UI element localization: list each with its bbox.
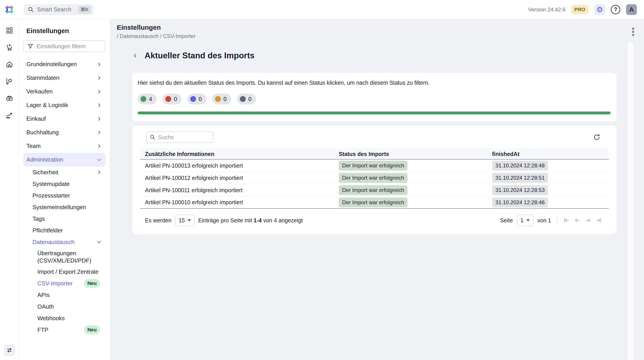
page-size-select[interactable]: 15 xyxy=(175,214,195,226)
status-filter-pill-success[interactable]: 4 xyxy=(138,94,157,104)
rail-item-analytics[interactable] xyxy=(4,110,15,121)
settings-sidebar: Einstellungen Einstellungen filtern Grun… xyxy=(19,19,110,360)
sidebar-item-pflichtfelder[interactable]: Pflichtfelder xyxy=(23,225,106,236)
sidebar-item-webhooks[interactable]: Webhooks xyxy=(23,312,106,324)
sidebar-item-buchhaltung[interactable]: Buchhaltung xyxy=(23,126,106,139)
status-dot-blue xyxy=(190,96,196,102)
sidebar-item-ftp[interactable]: FTP Neu xyxy=(23,324,106,336)
table-search-input[interactable]: Suche xyxy=(146,131,213,143)
table-row[interactable]: Artikel PN-100011 erfolgreich importiert… xyxy=(140,184,609,196)
status-dot-gray xyxy=(240,96,246,102)
back-button[interactable] xyxy=(131,51,140,60)
page-title: Aktueller Stand des Imports xyxy=(144,51,254,60)
status-filter-pill-running[interactable]: 0 xyxy=(187,94,206,104)
status-filter-pill-error[interactable]: 0 xyxy=(162,94,182,104)
pro-badge: PRO xyxy=(571,5,588,14)
sidebar-item-csv-importer[interactable]: CSV-Importer Neu xyxy=(23,278,106,289)
status-filter-pill-pending[interactable]: 0 xyxy=(237,94,256,104)
sidebar-item-tags[interactable]: Tags xyxy=(23,213,106,225)
warehouse-icon xyxy=(6,61,13,68)
swap-icon xyxy=(6,346,13,354)
pagination-mid2: von 4 angezeigt xyxy=(263,217,303,223)
sidebar-item-import-export-zentrale[interactable]: Import / Export Zentrale xyxy=(23,266,106,278)
sidebar-item-administration[interactable]: Administration xyxy=(23,153,106,167)
sidebar-item-lager-logistik[interactable]: Lager & Logistik xyxy=(23,98,106,112)
status-dot-orange xyxy=(215,96,221,102)
sidebar-item-prozessstarter[interactable]: Prozessstarter xyxy=(23,190,106,201)
sidebar-item-team[interactable]: Team xyxy=(23,139,106,153)
refresh-icon xyxy=(593,133,600,141)
collapse-switch-button[interactable] xyxy=(4,344,15,356)
sidebar-item-verkaufen[interactable]: Verkaufen xyxy=(23,85,106,98)
pagination-mid1: Einträge pro Seite mit xyxy=(198,217,252,223)
settings-gear-button[interactable]: ⚙ xyxy=(594,4,605,15)
col-header-info[interactable]: Zusätzliche Informationen xyxy=(140,151,334,157)
neu-badge: Neu xyxy=(84,325,100,334)
page-select[interactable]: 1 xyxy=(517,214,534,226)
sidebar-item-oauth[interactable]: OAuth xyxy=(23,301,106,312)
caret-down-icon xyxy=(526,219,530,221)
main-content: Einstellungen / Datenaustausch / CSV-Imp… xyxy=(110,19,644,360)
help-button[interactable]: ? xyxy=(611,5,620,14)
import-status-card: Hier siehst du den aktuellen Status des … xyxy=(132,73,616,122)
col-header-status[interactable]: Status des Imports xyxy=(334,151,487,157)
sidebar-item-apis[interactable]: APIs xyxy=(23,289,106,301)
status-filter-pill-warning[interactable]: 0 xyxy=(212,94,231,104)
status-badge: Der Import war erfolgreich xyxy=(339,161,408,171)
sidebar-filter-input[interactable]: Einstellungen filtern xyxy=(23,40,106,52)
sidebar-item-systemupdate[interactable]: Systemupdate xyxy=(23,178,106,190)
page-header: Einstellungen / Datenaustausch / CSV-Imp… xyxy=(110,19,644,39)
apps-grid-icon xyxy=(6,27,13,34)
col-header-finishedat[interactable]: finishedAt xyxy=(487,151,609,157)
status-dot-green xyxy=(140,96,146,102)
sidebar-filter-placeholder: Einstellungen filtern xyxy=(37,43,86,50)
brand-x-icon xyxy=(4,5,14,14)
table-row[interactable]: Artikel PN-100010 erfolgreich importiert… xyxy=(140,196,609,209)
rail-item-logistics[interactable] xyxy=(4,76,15,87)
page-options-button[interactable] xyxy=(632,28,634,36)
chevron-right-icon xyxy=(96,62,102,67)
sidebar-item-uebertragungen[interactable]: Übertragungen (CSV/XML/EDI/PDF) xyxy=(23,248,106,266)
shortcut-badge: ⌘K xyxy=(78,5,91,14)
user-avatar[interactable]: A xyxy=(626,4,637,15)
smart-search-placeholder: Smart Search xyxy=(37,6,75,13)
sidebar-item-sicherheit[interactable]: Sicherheit xyxy=(23,167,106,178)
trend-chart-icon xyxy=(6,112,13,119)
sidebar-item-datenaustausch[interactable]: Datenaustausch xyxy=(23,236,106,248)
status-badge: Der Import war erfolgreich xyxy=(339,173,408,183)
app-logo[interactable] xyxy=(0,5,19,14)
table-row[interactable]: Artikel PN-100013 erfolgreich importiert… xyxy=(140,160,609,172)
handtruck-icon xyxy=(6,78,13,85)
import-progress-bar xyxy=(138,112,611,114)
chevron-right-icon xyxy=(96,170,102,175)
chevron-right-icon xyxy=(96,116,102,122)
rail-item-apps[interactable] xyxy=(4,24,15,36)
status-dot-red xyxy=(165,96,171,102)
status-badge: Der Import war erfolgreich xyxy=(339,197,408,207)
cash-icon xyxy=(6,95,13,102)
chevron-right-icon xyxy=(96,103,102,108)
status-info-text: Hier siehst du den aktuellen Status des … xyxy=(138,80,611,86)
divider xyxy=(557,217,558,224)
rail-item-sales[interactable] xyxy=(4,41,15,53)
sidebar-item-stammdaten[interactable]: Stammdaten xyxy=(23,71,106,85)
sidebar-item-grundeinstellungen[interactable]: Grundeinstellungen xyxy=(23,57,106,71)
gear-icon: ⚙ xyxy=(596,6,603,13)
prev-page-button[interactable] xyxy=(574,217,581,224)
last-page-button[interactable] xyxy=(596,217,602,224)
sidebar-title: Einstellungen xyxy=(23,27,106,35)
vertical-scrollbar[interactable] xyxy=(627,42,634,360)
chevron-right-icon xyxy=(96,144,102,149)
sidebar-item-systemeinstellungen[interactable]: Systemeinstellungen xyxy=(23,201,106,213)
rail-item-warehouse[interactable] xyxy=(4,59,15,70)
next-page-button[interactable] xyxy=(585,217,592,224)
refresh-button[interactable] xyxy=(592,132,602,142)
rail-item-finance[interactable] xyxy=(4,93,15,104)
page-of-label: von 1 xyxy=(538,217,551,224)
table-row[interactable]: Artikel PN-100012 erfolgreich importiert… xyxy=(140,172,609,184)
first-page-button[interactable] xyxy=(563,217,570,224)
neu-badge: Neu xyxy=(84,279,100,288)
sidebar-item-einkauf[interactable]: Einkauf xyxy=(23,112,106,126)
chevron-right-icon xyxy=(96,75,102,81)
smart-search-input[interactable]: Smart Search ⌘K xyxy=(24,4,94,15)
